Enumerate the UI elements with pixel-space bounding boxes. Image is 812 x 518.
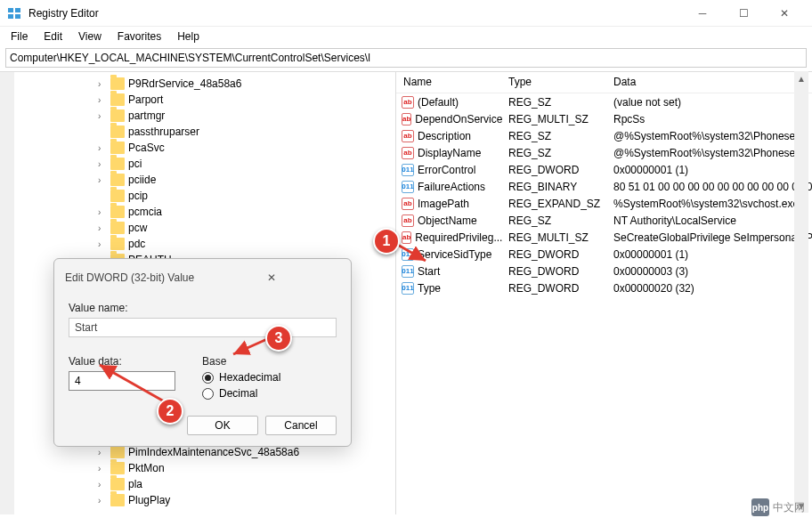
value-row[interactable]: abDependOnServiceREG_MULTI_SZRpcSs (396, 110, 812, 127)
reg-str-icon: ab (402, 130, 414, 142)
chevron-right-icon: › (98, 464, 107, 473)
radio-hexadecimal[interactable]: Hexadecimal (202, 371, 280, 384)
folder-icon (110, 494, 125, 506)
ok-button[interactable]: OK (187, 416, 258, 435)
tree-label: pdc (128, 238, 145, 250)
folder-icon (110, 462, 125, 474)
value-data: %SystemRoot%\system32\svchost.exe - (606, 198, 812, 210)
folder-icon (110, 222, 125, 234)
value-row[interactable]: 011StartREG_DWORD0x00000003 (3) (396, 263, 812, 279)
minimize-button[interactable]: ─ (682, 0, 723, 27)
value-type: REG_MULTI_SZ (501, 113, 606, 125)
tree-item[interactable]: ›PlugPlay (16, 492, 395, 508)
menu-help[interactable]: Help (170, 28, 207, 45)
chevron-right-icon: › (98, 111, 107, 121)
tree-item[interactable]: ›pdc (16, 236, 395, 252)
value-name: ErrorControl (418, 164, 475, 176)
close-button[interactable]: ✕ (764, 0, 805, 27)
dialog-close-button[interactable]: ✕ (203, 270, 341, 286)
value-data-input[interactable]: 4 (69, 371, 175, 391)
menu-bar: File Edit View Favorites Help (0, 27, 812, 46)
regedit-icon (7, 6, 21, 20)
tree-item[interactable]: ›Parport (16, 92, 395, 108)
tree-item[interactable]: ›P9RdrService_48a58a6 (16, 76, 395, 92)
tree-label: PcaSvc (128, 142, 165, 154)
scroll-up-icon[interactable]: ▲ (795, 71, 808, 85)
window-scrollbar[interactable]: ▲ ▼ (794, 71, 808, 513)
folder-icon (110, 109, 125, 122)
cancel-button[interactable]: Cancel (265, 416, 337, 435)
value-name-field[interactable]: Start (69, 318, 337, 337)
address-text: Computer\HKEY_LOCAL_MACHINE\SYSTEM\Curre… (10, 52, 370, 64)
value-name-label: Value name: (69, 302, 337, 314)
maximize-button[interactable]: ☐ (723, 0, 764, 27)
svg-rect-3 (15, 14, 20, 19)
value-row[interactable]: abImagePathREG_EXPAND_SZ%SystemRoot%\sys… (396, 195, 812, 212)
tree-item[interactable]: ›pcmcia (16, 204, 395, 220)
tree-item[interactable]: ›PcaSvc (16, 140, 395, 156)
value-type: REG_SZ (501, 96, 606, 109)
value-data: 0x00000003 (3) (606, 265, 812, 278)
tree-item[interactable]: ›pcw (16, 220, 395, 236)
menu-view[interactable]: View (71, 28, 109, 45)
chevron-right-icon: › (98, 239, 107, 249)
tree-item[interactable]: ›pciide (16, 172, 395, 188)
values-pane[interactable]: Name Type Data ab(Default)REG_SZ(value n… (396, 72, 812, 514)
tree-item[interactable]: ›pla (16, 476, 395, 492)
radio-dot-icon (202, 388, 214, 400)
radio-dot-icon (202, 372, 214, 384)
value-data: 80 51 01 00 00 00 00 00 00 00 00 00 04 0… (606, 181, 812, 193)
tree-label: PimIndexMaintenanceSvc_48a58a6 (128, 446, 299, 458)
tree-item[interactable]: pcip (16, 188, 395, 204)
value-data: NT Authority\LocalService (606, 214, 812, 227)
value-row[interactable]: 011ErrorControlREG_DWORD0x00000001 (1) (396, 161, 812, 178)
address-bar[interactable]: Computer\HKEY_LOCAL_MACHINE\SYSTEM\Curre… (5, 48, 807, 68)
value-data: 0x00000020 (32) (606, 282, 812, 295)
value-row[interactable]: ab(Default)REG_SZ(value not set) (396, 93, 812, 110)
value-row[interactable]: 011TypeREG_DWORD0x00000020 (32) (396, 279, 812, 296)
value-name: Type (418, 282, 441, 295)
watermark-logo: php (751, 498, 769, 516)
col-name[interactable]: Name (396, 72, 501, 93)
tree-label: pla (128, 478, 142, 490)
tree-item[interactable]: passthruparser (16, 124, 395, 140)
value-row[interactable]: abObjectNameREG_SZNT Authority\LocalServ… (396, 212, 812, 229)
value-type: REG_MULTI_SZ (501, 231, 606, 244)
value-row[interactable]: abDisplayNameREG_SZ@%SystemRoot%\system3… (396, 144, 812, 161)
watermark-text: 中文网 (773, 500, 805, 515)
tree-label: P9RdrService_48a58a6 (128, 77, 241, 90)
reg-bin-icon: 011 (402, 265, 414, 278)
chevron-right-icon: › (98, 79, 107, 89)
value-row[interactable]: abRequiredPrivileg...REG_MULTI_SZSeCreat… (396, 229, 812, 246)
list-header[interactable]: Name Type Data (396, 72, 812, 93)
tree-label: PlugPlay (128, 494, 170, 506)
value-name: DependOnService (415, 113, 502, 125)
chevron-right-icon: › (98, 175, 107, 185)
menu-favorites[interactable]: Favorites (110, 28, 168, 45)
tree-label: pcip (128, 190, 148, 202)
title-bar: Registry Editor ─ ☐ ✕ (0, 0, 812, 27)
tree-item[interactable]: ›partmgr (16, 108, 395, 124)
callout-1: 1 (373, 228, 400, 255)
tree-item[interactable]: ›PktMon (16, 460, 395, 476)
value-type: REG_DWORD (501, 282, 606, 295)
reg-str-icon: ab (402, 113, 411, 125)
reg-bin-icon: 011 (402, 181, 414, 193)
chevron-right-icon: › (98, 223, 107, 233)
tree-item[interactable]: ›pci (16, 156, 395, 172)
menu-edit[interactable]: Edit (37, 28, 69, 45)
value-row[interactable]: abDescriptionREG_SZ@%SystemRoot%\system3… (396, 127, 812, 144)
reg-bin-icon: 011 (402, 248, 414, 261)
tree-label: partmgr (128, 109, 165, 122)
radio-decimal[interactable]: Decimal (202, 387, 280, 400)
value-type: REG_SZ (501, 147, 606, 159)
col-type[interactable]: Type (501, 72, 606, 93)
value-row[interactable]: 011FailureActionsREG_BINARY80 51 01 00 0… (396, 178, 812, 195)
folder-icon (110, 77, 125, 90)
col-data[interactable]: Data (606, 72, 812, 93)
chevron-right-icon: › (98, 143, 107, 153)
tree-scrollbar[interactable] (0, 72, 14, 514)
value-row[interactable]: 011ServiceSidTypeREG_DWORD0x00000001 (1) (396, 246, 812, 263)
value-type: REG_DWORD (501, 265, 606, 278)
menu-file[interactable]: File (4, 28, 35, 45)
